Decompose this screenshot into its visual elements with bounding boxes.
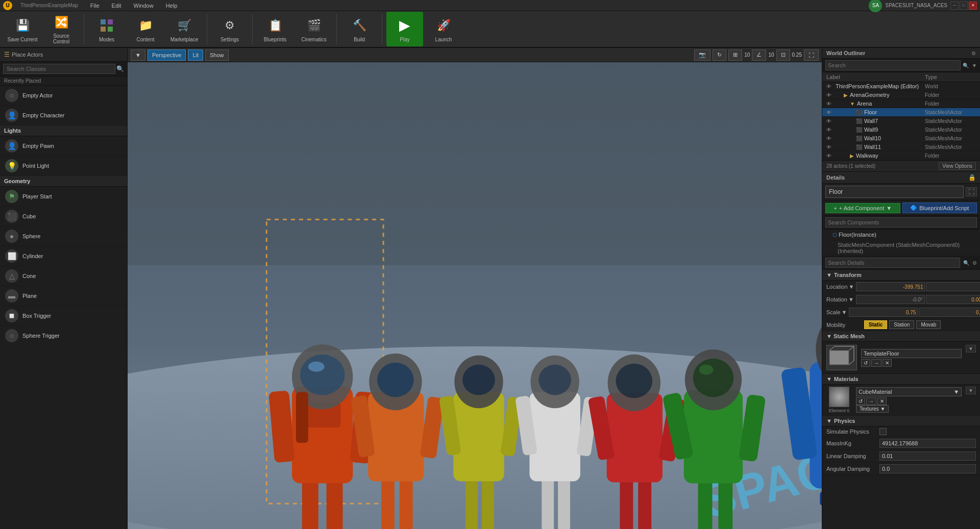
details-options-icon[interactable]: ⚙ [972,260,977,266]
modes-btn[interactable]: Modes [88,12,125,46]
eye-icon-3[interactable]: 👁 [826,110,834,115]
eye-icon-6[interactable]: 👁 [826,136,834,141]
snap-btn[interactable]: ⊞ [728,49,742,61]
viewport[interactable]: SPACESUIT SPACESUIT [128,62,822,529]
mat-browse-btn[interactable]: ↺ [856,397,865,405]
build-btn[interactable]: 🔨 Build [341,12,378,46]
mesh-browse-btn[interactable]: ↺ [861,359,870,367]
material-expand-btn[interactable]: ▼ [966,387,976,394]
maximize-btn[interactable]: □ [960,2,968,10]
details-name-input[interactable] [825,186,964,198]
eye-icon-5[interactable]: 👁 [826,127,834,133]
simulate-physics-checkbox[interactable] [879,428,887,435]
actor-item-plane[interactable]: ▬ Plane [0,286,127,306]
show-btn[interactable]: Show [205,49,229,61]
category-lights[interactable]: Lights [0,125,127,136]
outliner-item-1[interactable]: 👁 ▶ ArenaGeometry Folder [822,91,980,99]
eye-icon-2[interactable]: 👁 [826,101,834,107]
materials-section-header[interactable]: ▼ Materials [822,374,980,385]
camera-btn[interactable]: 📷 [694,49,710,61]
search-classes-icon[interactable]: 🔍 [116,65,124,72]
actor-item-point-light[interactable]: 💡 Point Light [0,156,127,176]
menu-file[interactable]: File [88,2,102,10]
menu-help[interactable]: Help [164,2,180,10]
add-component-btn[interactable]: + + Add Component ▼ [825,203,900,213]
rotation-label[interactable]: Rotation ▼ [826,296,854,303]
details-search-input[interactable] [825,217,977,228]
source-control-btn[interactable]: 🔀 Source Control [43,12,80,46]
mass-input[interactable] [879,439,976,448]
physics-section-header[interactable]: ▼ Physics [822,416,980,426]
scale-label[interactable]: Scale ▼ [826,309,847,315]
actor-item-empty-actor[interactable]: ○ Empty Actor [0,86,127,106]
static-mesh-expand-btn[interactable]: ▼ [966,345,976,352]
station-btn[interactable]: Station [889,320,914,329]
outliner-item-5[interactable]: 👁 ⬛ Wall9 StaticMeshActor [822,125,980,134]
launch-btn[interactable]: 🚀 Launch [425,12,462,46]
content-btn[interactable]: 📁 Content [127,12,164,46]
actor-item-cylinder[interactable]: ⬜ Cylinder [0,246,127,266]
mat-clear-btn[interactable]: ✕ [877,397,887,405]
scale-btn[interactable]: ⊡ [776,49,790,61]
actor-item-sphere-trigger[interactable]: ○ Sphere Trigger [0,326,127,346]
angular-damping-input[interactable] [879,464,976,473]
eye-icon-1[interactable]: 👁 [826,92,834,98]
rotation-y-input[interactable] [926,295,980,304]
details-search-icon[interactable]: 🔍 [963,260,969,266]
eye-icon-8[interactable]: 👁 [826,153,834,159]
vp-maximize-btn[interactable]: ⛶ [804,49,819,61]
minimize-btn[interactable]: ─ [950,2,959,10]
details-search-details-input[interactable] [825,258,960,268]
transform-section-header[interactable]: ▼ Transform [822,270,980,281]
scale-x-input[interactable] [849,308,918,317]
rotate-btn[interactable]: ↻ [713,49,726,61]
location-label[interactable]: Location ▼ [826,284,854,290]
menu-edit[interactable]: Edit [110,2,124,10]
cinematics-btn[interactable]: 🎬 Cinematics [296,12,332,46]
location-y-input[interactable] [926,282,980,291]
actor-item-cube[interactable]: ⬛ Cube [0,207,127,226]
outliner-item-2[interactable]: 👁 ▼ Arena Folder [822,99,980,108]
mesh-arrow-btn[interactable]: → [871,359,881,367]
search-classes-input[interactable] [3,64,115,74]
outliner-item-6[interactable]: 👁 ⬛ Wall10 StaticMeshActor [822,134,980,143]
outliner-search-input[interactable] [825,60,961,70]
outliner-item-7[interactable]: 👁 ⬛ Wall11 StaticMeshActor [822,143,980,152]
view-options-btn[interactable]: View Options [939,162,976,170]
scale-y-input[interactable] [919,308,980,317]
bp-add-script-btn[interactable]: 🔷 Blueprint/Add Script [902,203,977,213]
outliner-item-0[interactable]: 👁 ThirdPersonExampleMap (Editor) World [822,82,980,91]
linear-damping-input[interactable] [879,451,976,461]
actor-item-player-start[interactable]: ⚑ Player Start [0,187,127,207]
actor-item-empty-character[interactable]: 👤 Empty Character [0,106,127,125]
perspective-btn[interactable]: Perspective [148,49,186,61]
outliner-item-8[interactable]: 👁 ▶ Walkway Folder [822,152,980,160]
mat-arrow-btn[interactable]: → [866,397,876,405]
details-lock-icon[interactable]: 🔒 [968,174,976,181]
category-geometry[interactable]: Geometry [0,176,127,187]
angle-btn[interactable]: ∠ [752,49,766,61]
static-mesh-section-header[interactable]: ▼ Static Mesh [822,331,980,342]
actor-item-cone[interactable]: △ Cone [0,266,127,286]
details-expand-btn[interactable]: ⛶ [966,187,977,196]
movab-btn[interactable]: Movab [916,320,941,329]
eye-icon-7[interactable]: 👁 [826,144,834,150]
actor-item-sphere[interactable]: ● Sphere [0,226,127,246]
eye-icon-0[interactable]: 👁 [826,84,834,89]
blueprints-btn[interactable]: 📋 Blueprints [257,12,293,46]
play-btn[interactable]: ▶ Play [386,12,423,46]
location-x-input[interactable] [856,282,925,291]
close-btn[interactable]: ✕ [969,2,977,10]
eye-icon-4[interactable]: 👁 [826,118,834,124]
outliner-item-4[interactable]: 👁 ⬛ Wall7 StaticMeshActor [822,117,980,125]
outliner-item-3[interactable]: 👁 ⬛ Floor StaticMeshActor [822,108,980,117]
save-current-btn[interactable]: 💾 Save Current [4,12,41,46]
lit-btn[interactable]: Lit [188,49,203,61]
outliner-options-icon[interactable]: ▼ [972,63,977,68]
actor-item-box-trigger[interactable]: ⬜ Box Trigger [0,306,127,326]
vp-dropdown-btn[interactable]: ▼ [131,49,145,61]
rotation-x-input[interactable] [856,295,925,304]
textures-btn[interactable]: Textures ▼ [856,405,889,413]
marketplace-btn[interactable]: 🛒 Marketplace [166,12,203,46]
static-btn[interactable]: Static [864,320,887,329]
